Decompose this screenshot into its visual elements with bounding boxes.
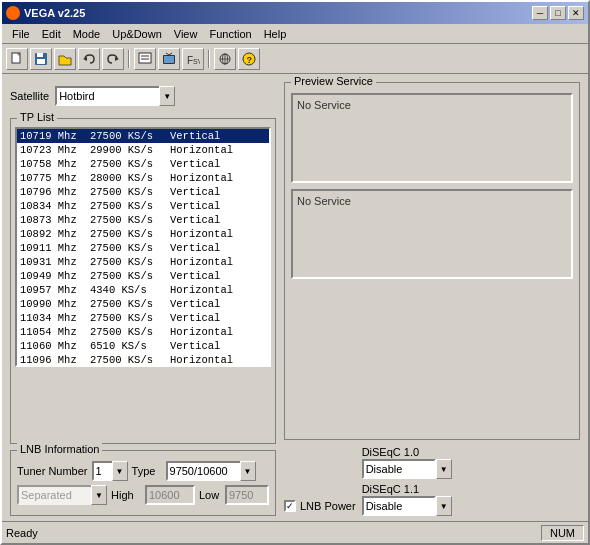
high-label: High (111, 489, 141, 501)
diseqc-11-row: DiSEqC 1.1 Disable Port 1 Port 2 ▼ (362, 483, 452, 516)
tp-list-item[interactable]: 10892 Mhz27500 KS/sHorizontal (17, 227, 269, 241)
tp-list-item[interactable]: 10834 Mhz27500 KS/sVertical (17, 199, 269, 213)
satellite-row: Satellite Hotbird Astra 1 Astra 2 ▼ (10, 82, 276, 112)
tp-list-item[interactable]: 11034 Mhz27500 KS/sVertical (17, 311, 269, 325)
toolbar-undo[interactable] (78, 48, 100, 70)
tp-list-item[interactable]: 10911 Mhz27500 KS/sVertical (17, 241, 269, 255)
preview-service-label: Preview Service (291, 75, 376, 87)
menu-edit[interactable]: Edit (36, 26, 67, 42)
tp-list-item[interactable]: 10775 Mhz28000 KS/sHorizontal (17, 171, 269, 185)
tp-list-container[interactable]: 10719 Mhz27500 KS/sVertical10723 Mhz2990… (15, 127, 271, 367)
lnb-power-row: ✓ LNB Power (284, 500, 356, 516)
svg-line-12 (166, 53, 169, 55)
diseqc-10-label: DiSEqC 1.0 (362, 446, 452, 458)
menu-help[interactable]: Help (258, 26, 293, 42)
toolbar-sep1 (128, 50, 130, 68)
tuner-row: Tuner Number 1 2 ▼ Type 9750/10600 9750/… (17, 461, 269, 481)
tp-list-item[interactable]: 10957 Mhz 4340 KS/sHorizontal (17, 283, 269, 297)
toolbar-new[interactable] (6, 48, 28, 70)
tp-list-label: TP List (17, 111, 57, 123)
main-window: VEGA v2.25 ─ □ ✕ File Edit Mode Up&Down … (0, 0, 590, 545)
toolbar-connect[interactable] (214, 48, 236, 70)
tp-list-item[interactable]: 10719 Mhz27500 KS/sVertical (17, 129, 269, 143)
tp-list-item[interactable]: 10758 Mhz27500 KS/sVertical (17, 157, 269, 171)
tp-list-item[interactable]: 10931 Mhz27500 KS/sHorizontal (17, 255, 269, 269)
maximize-button[interactable]: □ (550, 6, 566, 20)
menu-updown[interactable]: Up&Down (106, 26, 168, 42)
diseqc-10-row: DiSEqC 1.0 Disable Port A Port B ▼ (362, 446, 452, 479)
menu-bar: File Edit Mode Up&Down View Function Hel… (2, 24, 588, 44)
separated-select-wrapper: Separated ▼ (17, 485, 107, 505)
menu-mode[interactable]: Mode (67, 26, 107, 42)
toolbar-edit[interactable] (134, 48, 156, 70)
toolbar-save[interactable] (30, 48, 52, 70)
minimize-button[interactable]: ─ (532, 6, 548, 20)
tp-list-item[interactable]: 11054 Mhz27500 KS/sHorizontal (17, 325, 269, 339)
diseqc-11-select-wrapper: Disable Port 1 Port 2 ▼ (362, 496, 452, 516)
toolbar-tv[interactable] (158, 48, 180, 70)
diseqc-10-arrow: ▼ (436, 459, 452, 479)
tuner-select[interactable]: 1 2 (92, 461, 128, 481)
tp-list-item[interactable]: 11060 Mhz 6510 KS/sVertical (17, 339, 269, 353)
tp-list-item[interactable]: 10796 Mhz27500 KS/sVertical (17, 185, 269, 199)
menu-view[interactable]: View (168, 26, 204, 42)
tp-list-item[interactable]: 10990 Mhz27500 KS/sVertical (17, 297, 269, 311)
right-panel: Preview Service No Service No Service ✓ … (284, 82, 580, 516)
toolbar: FSV ? (2, 44, 588, 74)
svg-text:SV: SV (193, 58, 200, 65)
preview-video-text: No Service (297, 195, 351, 207)
lnb-power-checkbox[interactable]: ✓ (284, 500, 296, 512)
lnb-bottom-row: Separated ▼ High Low (17, 485, 269, 505)
toolbar-open[interactable] (54, 48, 76, 70)
tp-list-item[interactable]: 10723 Mhz29900 KS/sHorizontal (17, 143, 269, 157)
low-input[interactable] (225, 485, 269, 505)
diseqc-10-select[interactable]: Disable Port A Port B (362, 459, 436, 479)
status-num: NUM (541, 525, 584, 541)
tp-list-group: TP List 10719 Mhz27500 KS/sVertical10723… (10, 118, 276, 444)
svg-rect-11 (164, 56, 174, 63)
satellite-label: Satellite (10, 90, 49, 102)
type-label: Type (132, 465, 162, 477)
svg-rect-4 (37, 59, 45, 64)
app-icon (6, 6, 20, 20)
tp-list-item[interactable]: 10873 Mhz27500 KS/sVertical (17, 213, 269, 227)
menu-file[interactable]: File (6, 26, 36, 42)
separated-select[interactable]: Separated (17, 485, 107, 505)
title-bar: VEGA v2.25 ─ □ ✕ (2, 2, 588, 24)
lnb-group-label: LNB Information (17, 443, 102, 455)
left-panel: Satellite Hotbird Astra 1 Astra 2 ▼ TP L… (10, 82, 276, 516)
diseqc-11-select[interactable]: Disable Port 1 Port 2 (362, 496, 436, 516)
preview-service-text: No Service (297, 99, 351, 111)
type-select-wrapper: 9750/10600 9750/10750 Universal ▼ (166, 461, 256, 481)
toolbar-signal[interactable]: FSV (182, 48, 204, 70)
bottom-right: ✓ LNB Power DiSEqC 1.0 Disable Port A Po… (284, 446, 580, 516)
tuner-label: Tuner Number (17, 465, 88, 477)
svg-rect-3 (37, 53, 43, 57)
preview-service-box: No Service (291, 93, 573, 183)
svg-line-13 (169, 53, 172, 55)
tp-list-section: TP List 10719 Mhz27500 KS/sVertical10723… (10, 118, 276, 444)
tp-list-item[interactable]: 10949 Mhz27500 KS/sVertical (17, 269, 269, 283)
high-input[interactable] (145, 485, 195, 505)
diseqc-11-label: DiSEqC 1.1 (362, 483, 452, 495)
toolbar-sep2 (208, 50, 210, 68)
svg-text:?: ? (247, 55, 253, 65)
close-button[interactable]: ✕ (568, 6, 584, 20)
tp-list-item[interactable]: 11096 Mhz27500 KS/sHorizontal (17, 353, 269, 367)
preview-service-group: Preview Service No Service No Service (284, 82, 580, 440)
status-text: Ready (6, 527, 38, 539)
type-select[interactable]: 9750/10600 9750/10750 Universal (166, 461, 256, 481)
preview-video-box: No Service (291, 189, 573, 279)
svg-rect-7 (139, 53, 151, 63)
satellite-select[interactable]: Hotbird Astra 1 Astra 2 (55, 86, 175, 106)
toolbar-redo[interactable] (102, 48, 124, 70)
menu-function[interactable]: Function (203, 26, 257, 42)
diseqc-10-select-wrapper: Disable Port A Port B ▼ (362, 459, 452, 479)
lnb-power-label: LNB Power (300, 500, 356, 512)
low-label: Low (199, 489, 221, 501)
toolbar-help[interactable]: ? (238, 48, 260, 70)
diseqc-11-arrow: ▼ (436, 496, 452, 516)
lnb-group: LNB Information Tuner Number 1 2 ▼ Type … (10, 450, 276, 516)
main-content: Satellite Hotbird Astra 1 Astra 2 ▼ TP L… (2, 74, 588, 524)
status-bar: Ready NUM (2, 521, 588, 543)
